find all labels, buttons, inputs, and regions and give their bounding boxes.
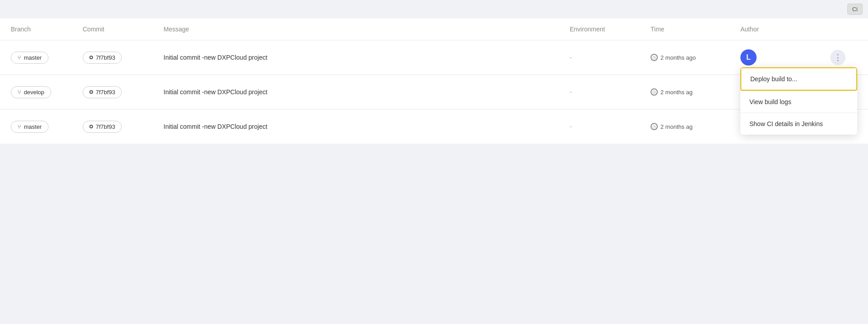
table-row: ⑂ master 7f7bf93 Initial commit -new DXP… <box>0 109 868 144</box>
branch-name-1: master <box>24 54 42 61</box>
ci-badge: Ci <box>847 4 863 15</box>
deployments-table: Branch Commit Message Environment Time A… <box>0 18 868 144</box>
env-cell-1: - <box>570 54 651 61</box>
top-bar: Ci <box>0 0 868 18</box>
env-cell-2: - <box>570 88 651 96</box>
header-commit: Commit <box>83 26 164 33</box>
commit-cell-1: 7f7bf93 <box>83 52 164 64</box>
branch-name-3: master <box>24 123 42 130</box>
commit-hash-2: 7f7bf93 <box>96 89 115 96</box>
clock-icon-1: ◷ <box>651 54 658 61</box>
table-row: ⑂ develop 7f7bf93 Initial commit -new DX… <box>0 75 868 109</box>
header-branch: Branch <box>11 26 83 33</box>
branch-cell-1: ⑂ master <box>11 52 83 64</box>
commit-badge-1: 7f7bf93 <box>83 52 122 64</box>
message-cell-2: Initial commit -new DXPCloud project <box>164 88 570 96</box>
actions-cell-1: ⋮ <box>830 50 857 65</box>
time-value-2: 2 months ag <box>660 89 693 96</box>
commit-cell-2: 7f7bf93 <box>83 86 164 98</box>
branch-cell-2: ⑂ develop <box>11 86 83 98</box>
commit-dot-1 <box>89 56 93 59</box>
env-cell-3: - <box>570 123 651 130</box>
time-value-3: 2 months ag <box>660 123 693 130</box>
branch-cell-3: ⑂ master <box>11 121 83 133</box>
dropdown-menu-1: Deploy build to... View build logs Show … <box>740 67 857 135</box>
branch-icon-2: ⑂ <box>18 89 21 96</box>
header-actions <box>830 26 857 33</box>
more-button-1[interactable]: ⋮ <box>830 50 846 65</box>
commit-cell-3: 7f7bf93 <box>83 121 164 133</box>
commit-badge-2: 7f7bf93 <box>83 86 122 98</box>
header-time: Time <box>651 26 740 33</box>
header-author: Author <box>740 26 830 33</box>
commit-hash-3: 7f7bf93 <box>96 123 115 130</box>
time-cell-1: ◷ 2 months ago <box>651 54 740 61</box>
commit-hash-1: 7f7bf93 <box>96 54 115 61</box>
deploy-build-button[interactable]: Deploy build to... <box>740 67 857 91</box>
header-environment: Environment <box>570 26 651 33</box>
message-cell-1: Initial commit -new DXPCloud project <box>164 54 570 61</box>
time-cell-3: ◷ 2 months ag <box>651 123 740 130</box>
clock-icon-3: ◷ <box>651 123 658 130</box>
commit-badge-3: 7f7bf93 <box>83 121 122 133</box>
view-build-logs-button[interactable]: View build logs <box>740 91 857 113</box>
message-cell-3: Initial commit -new DXPCloud project <box>164 123 570 130</box>
branch-icon-3: ⑂ <box>18 123 21 130</box>
branch-name-2: develop <box>24 89 44 96</box>
time-value-1: 2 months ago <box>660 54 696 61</box>
table-row: ⑂ master 7f7bf93 Initial commit -new DXP… <box>0 40 868 75</box>
time-cell-2: ◷ 2 months ag <box>651 88 740 96</box>
commit-dot-2 <box>89 90 93 94</box>
show-ci-details-button[interactable]: Show CI details in Jenkins <box>740 113 857 135</box>
clock-icon-2: ◷ <box>651 88 658 96</box>
commit-dot-3 <box>89 125 93 128</box>
table-header: Branch Commit Message Environment Time A… <box>0 18 868 40</box>
author-cell-1: L <box>740 49 830 66</box>
branch-badge-2: ⑂ develop <box>11 86 51 98</box>
branch-badge-3: ⑂ master <box>11 121 49 133</box>
branch-badge-1: ⑂ master <box>11 52 49 64</box>
header-message: Message <box>164 26 570 33</box>
branch-icon-1: ⑂ <box>18 54 21 61</box>
avatar-1: L <box>740 49 757 66</box>
